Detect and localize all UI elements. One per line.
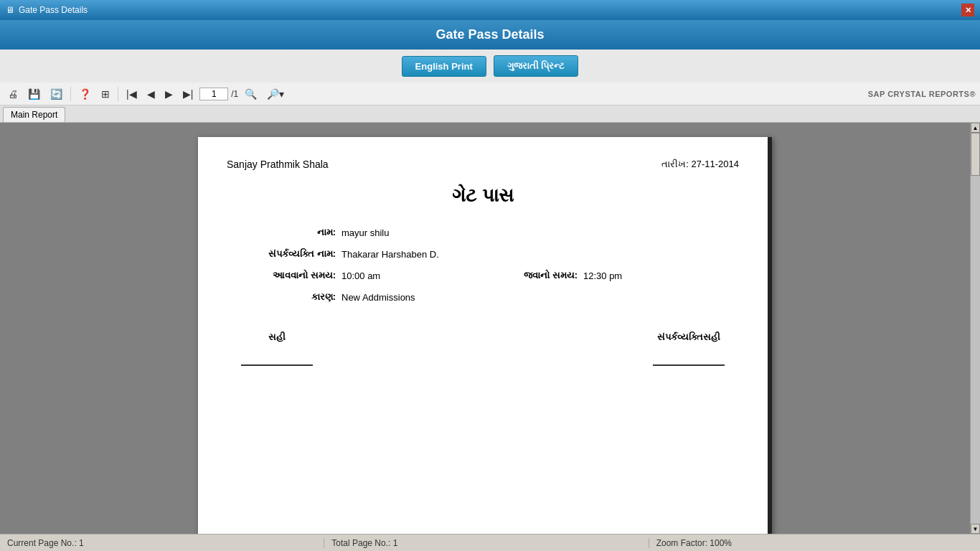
last-page-button[interactable]: ▶| <box>179 86 197 102</box>
date-value: 27-11-2014 <box>692 159 740 169</box>
app-icon: 🖥 <box>6 5 14 15</box>
reason-value: New Addmissions <box>341 292 415 303</box>
status-bar: Current Page No.: 1 Total Page No.: 1 Zo… <box>0 534 980 551</box>
english-print-button[interactable]: English Print <box>402 56 486 77</box>
sep2 <box>118 87 118 101</box>
scroll-down-button[interactable]: ▼ <box>971 524 980 534</box>
school-name: Sanjay Prathmik Shala <box>227 159 329 170</box>
total-pages-label: /1 <box>231 89 238 99</box>
current-page-status: Current Page No.: 1 <box>7 538 324 548</box>
tab-main-report[interactable]: Main Report <box>3 107 65 122</box>
scroll-thumb[interactable] <box>971 133 980 176</box>
header-title: Gate Pass Details <box>435 27 544 42</box>
name-value: mayur shilu <box>341 227 389 238</box>
zoom-status: Zoom Factor: 100% <box>649 538 973 548</box>
close-button[interactable]: ✕ <box>961 4 974 17</box>
export-button[interactable]: 💾 <box>24 86 44 102</box>
sig-label: સહી <box>241 331 313 343</box>
total-page-status: Total Page No.: 1 <box>324 538 648 548</box>
print-button[interactable]: 🖨 <box>4 86 22 102</box>
date-display: તારીખ: 27-11-2014 <box>661 159 739 170</box>
search-button[interactable]: 🔍 <box>241 86 260 102</box>
sap-label: SAP CRYSTAL REPORTS® <box>868 90 976 98</box>
paper-header-row: Sanjay Prathmik Shala તારીખ: 27-11-2014 <box>227 159 739 170</box>
tabs-row: Main Report <box>0 105 980 123</box>
arrival-label: આવવાનો સમય: <box>227 270 341 281</box>
title-bar-left: 🖥 Gate Pass Details <box>6 5 88 15</box>
sig-line-right <box>653 364 725 366</box>
reason-label: કારણ: <box>227 291 341 303</box>
gate-pass-title: ગેટ પાસ <box>227 184 739 207</box>
page-input[interactable]: 1 <box>199 88 228 100</box>
report-area: Sanjay Prathmik Shala તારીખ: 27-11-2014 … <box>0 123 980 534</box>
report-scroll[interactable]: Sanjay Prathmik Shala તારીખ: 27-11-2014 … <box>0 123 970 534</box>
buttons-row: English Print ગુજરાતી પ્રિન્ટ <box>0 50 980 83</box>
sep1 <box>70 87 71 101</box>
sig-block-right: સંપર્કવ્યક્તિસહી <box>653 331 725 366</box>
page-header: Gate Pass Details <box>0 20 980 50</box>
title-bar: 🖥 Gate Pass Details ✕ <box>0 0 980 20</box>
refresh-button[interactable]: 🔄 <box>47 86 66 102</box>
date-label-text: તારીખ: <box>661 159 689 169</box>
reason-row: કારણ: New Addmissions <box>227 291 739 303</box>
zoom-button[interactable]: 🔎▾ <box>263 86 288 102</box>
gujarati-print-button[interactable]: ગુજરાતી પ્રિન્ટ <box>494 55 579 77</box>
vertical-scrollbar[interactable]: ▲ ▼ <box>970 123 980 534</box>
signature-row: સહી સંપર્કવ્યક્તિસહી <box>227 331 739 366</box>
contact-value: Thakarar Harshaben D. <box>341 249 439 260</box>
departure-label: જવાનો સમય: <box>483 270 583 281</box>
departure-value: 12:30 pm <box>583 270 622 281</box>
arrival-section: આવવાનો સમય: 10:00 am <box>227 270 483 281</box>
sig-line-left <box>241 364 313 366</box>
first-page-button[interactable]: |◀ <box>123 86 141 102</box>
prev-page-button[interactable]: ◀ <box>143 86 159 102</box>
scroll-up-button[interactable]: ▲ <box>971 123 980 133</box>
help-button[interactable]: ❓ <box>75 86 95 102</box>
sig-block-left: સહી <box>241 331 313 366</box>
toggle-group-button[interactable]: ⊞ <box>98 86 113 102</box>
scroll-track[interactable] <box>971 133 980 524</box>
name-label: નામ: <box>227 227 341 238</box>
contact-sig-label: સંપર્કવ્યક્તિસહી <box>653 331 725 343</box>
departure-section: જવાનો સમય: 12:30 pm <box>483 270 739 281</box>
arrival-value: 10:00 am <box>341 270 380 281</box>
time-row: આવવાનો સમય: 10:00 am જવાનો સમય: 12:30 pm <box>227 270 739 281</box>
contact-label: સંપર્કવ્યક્તિ નામ: <box>227 248 341 260</box>
contact-row: સંપર્કવ્યક્તિ નામ: Thakarar Harshaben D. <box>227 248 739 260</box>
report-toolbar: 🖨 💾 🔄 ❓ ⊞ |◀ ◀ ▶ ▶| 1 /1 🔍 🔎▾ SAP CRYSTA… <box>0 83 980 105</box>
report-paper: Sanjay Prathmik Shala તારીખ: 27-11-2014 … <box>198 137 772 534</box>
window-title: Gate Pass Details <box>19 5 88 15</box>
next-page-button[interactable]: ▶ <box>161 86 176 102</box>
name-row: નામ: mayur shilu <box>227 227 739 238</box>
